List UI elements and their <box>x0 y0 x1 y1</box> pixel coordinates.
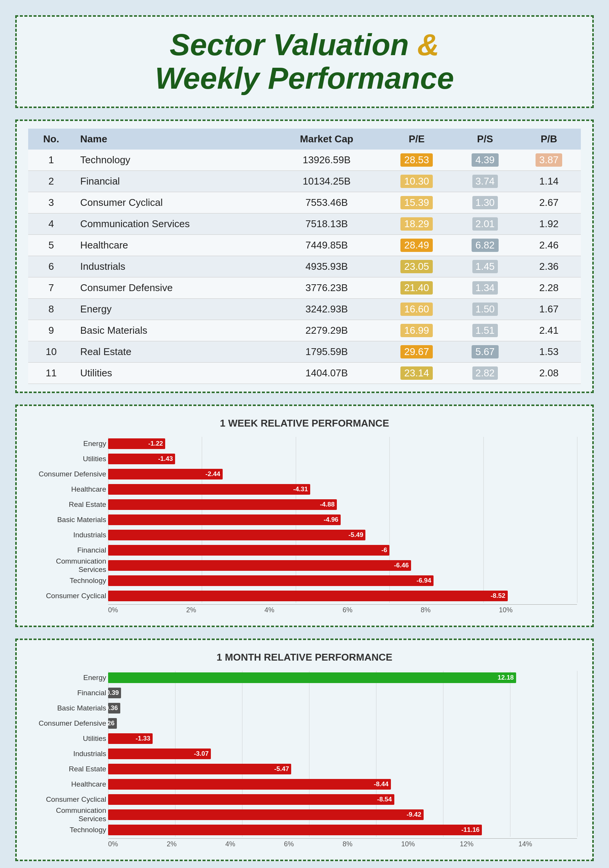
bar: -9.42 <box>108 809 424 820</box>
table-row: 11 Utilities 1404.07B 23.14 2.82 2.08 <box>28 363 581 384</box>
table-row: 10 Real Estate 1795.59B 29.67 5.67 1.53 <box>28 341 581 363</box>
bar-label: Consumer Cyclical <box>32 592 106 600</box>
bar: -4.31 <box>108 484 310 495</box>
bar-label: Basic Materials <box>32 516 106 524</box>
table-row: 5 Healthcare 7449.85B 28.49 6.82 2.46 <box>28 235 581 256</box>
title-line1: Sector Valuation <box>170 28 409 62</box>
bar-row: Energy-1.22 <box>108 437 577 451</box>
cell-pb: 2.41 <box>517 320 581 341</box>
col-name: Name <box>74 129 273 150</box>
bar-label: Utilities <box>32 734 106 743</box>
bar-row: Industrials-3.07 <box>108 747 577 761</box>
month-chart-title: 1 MONTH RELATIVE PERFORMANCE <box>32 651 577 663</box>
bar-value: -4.31 <box>293 486 308 493</box>
x-tick: 4% <box>225 840 284 848</box>
bar-label: Utilities <box>32 455 106 463</box>
cell-pe: 18.29 <box>380 213 453 235</box>
table-row: 2 Financial 10134.25B 10.30 3.74 1.14 <box>28 171 581 192</box>
bar-row: Financial0.39 <box>108 686 577 700</box>
cell-pe: 16.99 <box>380 320 453 341</box>
bar: 0.36 <box>108 703 120 714</box>
cell-ps: 2.01 <box>453 213 517 235</box>
bar-value: -8.52 <box>491 592 505 600</box>
bar-value: -11.16 <box>461 826 480 834</box>
cell-pb: 1.67 <box>517 299 581 320</box>
bar: 12.18 <box>108 672 516 683</box>
title-amp: & <box>417 28 439 62</box>
cell-no: 1 <box>28 150 74 171</box>
cell-ps: 1.50 <box>453 299 517 320</box>
table-row: 7 Consumer Defensive 3776.23B 21.40 1.34… <box>28 277 581 299</box>
x-tick: 8% <box>421 606 499 614</box>
cell-pb: 1.53 <box>517 341 581 363</box>
cell-name: Consumer Defensive <box>74 277 273 299</box>
bar-value: -4.96 <box>324 516 338 524</box>
bar-row: Consumer Cyclical-8.52 <box>108 589 577 603</box>
cell-market-cap: 7449.85B <box>273 235 380 256</box>
cell-no: 2 <box>28 171 74 192</box>
bar-value: -8.44 <box>374 780 389 788</box>
title-section: Sector Valuation & Weekly Performance <box>15 15 594 108</box>
cell-pb: 2.67 <box>517 192 581 213</box>
bar-label: Consumer Defensive <box>32 719 106 728</box>
bar: -1.33 <box>108 733 153 744</box>
cell-no: 7 <box>28 277 74 299</box>
bar-value: -1.22 <box>148 440 163 448</box>
table-row: 3 Consumer Cyclical 7553.46B 15.39 1.30 … <box>28 192 581 213</box>
week-chart-title: 1 WEEK RELATIVE PERFORMANCE <box>32 417 577 429</box>
bar-label: Financial <box>32 546 106 554</box>
bar-value: 0.39 <box>106 689 119 697</box>
x-tick: 0% <box>108 606 186 614</box>
bar-row: Communication Services-9.42 <box>108 808 577 822</box>
bar-row: Real Estate-4.88 <box>108 498 577 511</box>
bar-row: Consumer Cyclical-8.54 <box>108 793 577 806</box>
cell-pe: 23.05 <box>380 256 453 277</box>
cell-name: Industrials <box>74 256 273 277</box>
week-chart-section: 1 WEEK RELATIVE PERFORMANCE Energy-1.22U… <box>15 405 594 627</box>
bar-value: -5.47 <box>274 765 289 773</box>
cell-market-cap: 1404.07B <box>273 363 380 384</box>
cell-no: 11 <box>28 363 74 384</box>
page-wrapper: Sector Valuation & Weekly Performance No… <box>15 15 594 868</box>
bar-label: Healthcare <box>32 485 106 494</box>
cell-ps: 1.30 <box>453 192 517 213</box>
col-ps: P/S <box>453 129 517 150</box>
cell-pe: 23.14 <box>380 363 453 384</box>
bar-label: Communication Services <box>32 557 106 574</box>
cell-ps: 1.34 <box>453 277 517 299</box>
cell-pe: 10.30 <box>380 171 453 192</box>
cell-name: Technology <box>74 150 273 171</box>
bar-row: Utilities-1.33 <box>108 732 577 745</box>
cell-ps: 6.82 <box>453 235 517 256</box>
bar-value: -4.88 <box>320 501 335 508</box>
table-row: 4 Communication Services 7518.13B 18.29 … <box>28 213 581 235</box>
col-no: No. <box>28 129 74 150</box>
bar: -8.54 <box>108 794 394 805</box>
bar-value: -6.94 <box>416 577 431 585</box>
cell-name: Healthcare <box>74 235 273 256</box>
bar-row: Real Estate-5.47 <box>108 762 577 776</box>
cell-pb: 2.36 <box>517 256 581 277</box>
bar-label: Energy <box>32 440 106 448</box>
cell-pe: 28.53 <box>380 150 453 171</box>
bar: -11.16 <box>108 825 482 835</box>
cell-market-cap: 2279.29B <box>273 320 380 341</box>
bar: -4.96 <box>108 514 341 525</box>
bar-row: Financial-6 <box>108 543 577 557</box>
bar: -6.94 <box>108 575 434 586</box>
bar-value: -8.54 <box>377 796 392 803</box>
bar-label: Real Estate <box>32 500 106 509</box>
x-tick: 10% <box>401 840 460 848</box>
bar-label: Healthcare <box>32 780 106 788</box>
title-line2: Weekly Performance <box>155 61 454 95</box>
valuation-table: No. Name Market Cap P/E P/S P/B 1 Techno… <box>28 129 581 384</box>
cell-pb: 1.14 <box>517 171 581 192</box>
cell-pb: 3.87 <box>517 150 581 171</box>
bar: -8.44 <box>108 779 391 790</box>
bar-row: Consumer Defensive0.26 <box>108 717 577 730</box>
cell-name: Financial <box>74 171 273 192</box>
cell-name: Consumer Cyclical <box>74 192 273 213</box>
bar-value: 12.18 <box>497 674 514 682</box>
bar-row: Communication Services-6.46 <box>108 559 577 572</box>
cell-name: Energy <box>74 299 273 320</box>
